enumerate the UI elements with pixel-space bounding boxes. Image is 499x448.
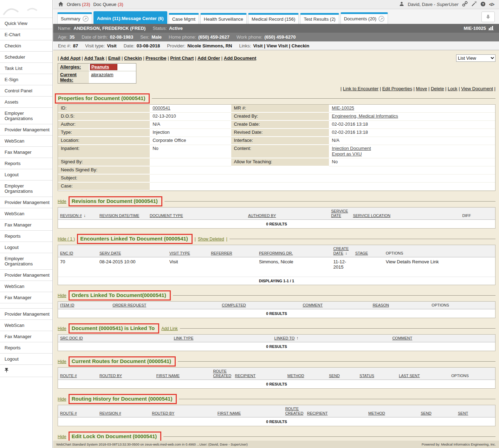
- routes-hide-link[interactable]: Hide: [58, 359, 66, 364]
- sort-link-stage[interactable]: STAGE: [355, 251, 368, 255]
- sort-link-reason[interactable]: REASON: [372, 303, 389, 307]
- doc-action-link-to-encounter[interactable]: Link to Encounter: [343, 86, 378, 91]
- sort-link-revision[interactable]: REVISION #: [99, 411, 121, 415]
- view-mode-select[interactable]: List View: [456, 54, 495, 62]
- encounter-link-view-visit[interactable]: View Visit: [266, 43, 287, 48]
- doc-action-lock[interactable]: Lock: [448, 86, 457, 91]
- sort-link-performing-dr[interactable]: PERFORMING DR.: [259, 251, 293, 255]
- sidebar-item-reports[interactable]: Reports: [0, 342, 52, 354]
- sidebar-item-logout[interactable]: Logout: [0, 242, 52, 253]
- sort-desc-icon[interactable]: ↓: [84, 213, 86, 218]
- sidebar-item-provider-management[interactable]: Provider Management: [0, 270, 52, 281]
- sort-link-referrer[interactable]: REFERRER: [211, 251, 232, 255]
- action-prescribe[interactable]: Prescribe: [145, 55, 166, 61]
- home-icon[interactable]: [58, 1, 64, 8]
- sort-link-method[interactable]: METHOD: [368, 411, 385, 415]
- sidebar-item-employer-organizations[interactable]: Employer Organizations: [0, 180, 52, 197]
- sort-link-visit-type[interactable]: VISIT TYPE: [169, 251, 190, 255]
- orders-hide-link[interactable]: Hide: [58, 293, 66, 298]
- current-meds-link[interactable]: Current Meds:: [60, 72, 77, 83]
- linkedto-add-link-link[interactable]: Add Link: [161, 326, 178, 331]
- sidebar-item-provider-management[interactable]: Provider Management: [0, 197, 52, 208]
- encounters-hide-link[interactable]: Hide ( 1 ): [58, 237, 75, 242]
- action-email[interactable]: Email: [108, 55, 121, 61]
- allergies-link[interactable]: Allergies:: [60, 64, 81, 70]
- sidebar-pin-button[interactable]: [0, 365, 52, 377]
- sidebar-item-provider-management[interactable]: Provider Management: [0, 124, 52, 136]
- orders-crumb[interactable]: Orders (23): [67, 2, 90, 7]
- doc-action-move[interactable]: Move: [416, 86, 427, 91]
- tab-medical-record-156[interactable]: Medical Record (156): [248, 13, 299, 24]
- sidebar-item-fax-manager[interactable]: Fax Manager: [0, 219, 52, 231]
- action-checkin[interactable]: Checkin: [124, 55, 142, 61]
- sidebar-item-employer-organizations[interactable]: Employer Organizations: [0, 108, 52, 124]
- sort-link-serv-date[interactable]: SERV DATE: [99, 251, 121, 255]
- sort-link-routed-by[interactable]: ROUTED BY: [99, 374, 122, 378]
- sort-link-service-location[interactable]: SERVICE LOCATION: [353, 213, 390, 218]
- sort-link-status[interactable]: STATUS: [359, 374, 374, 378]
- sort-desc-icon[interactable]: ↓: [345, 251, 347, 256]
- doc-queue-crumb[interactable]: Doc Queue (3): [93, 2, 123, 7]
- sidebar-item-checkin[interactable]: Checkin: [0, 40, 52, 52]
- sort-link-revision[interactable]: REVISION #: [60, 213, 82, 218]
- sort-link-first-name[interactable]: FIRST NAME: [218, 411, 241, 415]
- tab-download-button[interactable]: [481, 12, 495, 22]
- property-link-0000541[interactable]: 0000541: [153, 105, 170, 111]
- tab-case-mgmt[interactable]: Case Mgmt: [169, 13, 199, 24]
- sort-link-routed-by[interactable]: ROUTED BY: [152, 411, 174, 415]
- sort-link-src-doc-id[interactable]: SRC DOC ID: [60, 336, 83, 340]
- sidebar-item-e-sign[interactable]: E-Sign: [0, 74, 52, 85]
- tab-documents-20[interactable]: Documents (20)↗: [341, 12, 388, 24]
- tab-health-surveillance[interactable]: Health Surveillance: [200, 13, 247, 24]
- sort-link-document-type[interactable]: DOCUMENT TYPE: [150, 213, 183, 218]
- sidebar-item-provider-management[interactable]: Provider Management: [0, 309, 52, 320]
- history-hide-link[interactable]: Hide: [58, 397, 66, 402]
- sidebar-item-webscan[interactable]: WebScan: [0, 136, 52, 147]
- action-add-order[interactable]: Add Order: [197, 55, 220, 61]
- sidebar-item-webscan[interactable]: WebScan: [0, 281, 52, 292]
- sidebar-item-logout[interactable]: Logout: [0, 169, 52, 180]
- sort-link-route[interactable]: ROUTE #: [60, 411, 77, 415]
- property-link-injection-document[interactable]: Injection Document: [332, 146, 371, 151]
- sort-link-last-sent[interactable]: LAST SENT: [399, 374, 420, 378]
- sort-link-recipient[interactable]: RECIPIENT: [307, 411, 328, 415]
- link-icon[interactable]: [462, 1, 468, 8]
- tab-summary[interactable]: Summary↗: [57, 12, 92, 24]
- sidebar-item-webscan[interactable]: WebScan: [0, 320, 52, 331]
- sidebar-item-control-panel[interactable]: Control Panel: [0, 85, 52, 97]
- sort-link-linked-to[interactable]: LINKED TO: [274, 336, 295, 340]
- encounter-link-visit[interactable]: Visit: [253, 43, 263, 48]
- sort-link-item-id[interactable]: ITEM ID: [60, 303, 74, 307]
- help-icon[interactable]: ?: [480, 1, 486, 8]
- sort-link-first-name[interactable]: FIRST NAME: [156, 374, 180, 378]
- sidebar-item-assets[interactable]: Assets: [0, 97, 52, 108]
- popup-arrow-icon[interactable]: ↗: [83, 16, 89, 22]
- sort-link-route-created[interactable]: ROUTE CREATED: [213, 369, 231, 378]
- sort-link-order-request[interactable]: ORDER REQUEST: [112, 303, 146, 307]
- doc-action-delete[interactable]: Delete: [431, 86, 444, 91]
- action-print-chart[interactable]: Print Chart: [170, 55, 194, 61]
- sidebar-item-fax-manager[interactable]: Fax Manager: [0, 292, 52, 303]
- sidebar-item-quick-view[interactable]: Quick View: [0, 18, 52, 29]
- revisions-hide-link[interactable]: Hide: [58, 199, 66, 204]
- tab-test-results-2[interactable]: Test Results (2): [300, 13, 339, 24]
- sort-link-route[interactable]: ROUTE #: [60, 374, 77, 378]
- code-icon[interactable]: </>: [489, 2, 494, 7]
- sort-link-recipient[interactable]: RECIPIENT: [235, 374, 256, 378]
- sort-link-enc-id[interactable]: ENC ID: [60, 251, 73, 255]
- action-add-appt[interactable]: Add Appt: [60, 55, 80, 61]
- action-add-task[interactable]: Add Task: [84, 55, 105, 61]
- sort-link-authored-by[interactable]: AUTHORED BY: [248, 213, 276, 218]
- sort-link-completed[interactable]: COMPLETED: [222, 303, 246, 307]
- sort-link-route-created[interactable]: ROUTE CREATED: [285, 407, 304, 415]
- property-link-export-as-vxu[interactable]: Export as VXU: [332, 151, 362, 157]
- encounter-link-checkin[interactable]: Checkin: [292, 43, 310, 48]
- property-link-mie-10025[interactable]: MIE-10025: [332, 105, 354, 111]
- sort-link-method[interactable]: METHOD: [287, 374, 304, 378]
- user-name[interactable]: David, Dave - SuperUser: [408, 2, 459, 7]
- linkedto-hide-link[interactable]: Hide: [58, 326, 66, 331]
- tab-admin-11-message-center-6[interactable]: Admin (11):Message Center (6): [93, 11, 167, 24]
- chart-stats-icon[interactable]: [488, 26, 494, 31]
- sort-asc-icon[interactable]: ↑: [296, 336, 298, 341]
- allergy-peanuts-link[interactable]: Peanuts: [90, 64, 117, 70]
